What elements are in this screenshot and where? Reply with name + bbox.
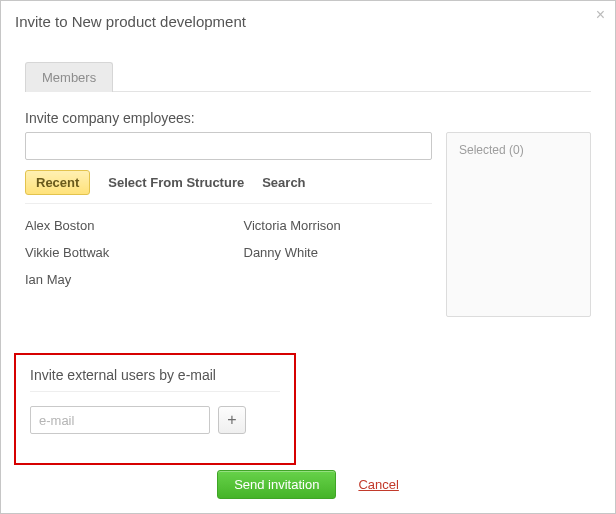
plus-icon: + xyxy=(227,412,236,428)
person-item[interactable]: Victoria Morrison xyxy=(244,218,433,233)
external-email-input[interactable] xyxy=(30,406,210,434)
close-icon[interactable]: × xyxy=(596,7,605,23)
send-invitation-button[interactable]: Send invitation xyxy=(217,470,336,499)
people-list: Alex Boston Vikkie Bottwak Ian May Victo… xyxy=(25,218,432,287)
add-email-button[interactable]: + xyxy=(218,406,246,434)
sub-tab-recent[interactable]: Recent xyxy=(25,170,90,195)
dialog-actions: Send invitation Cancel xyxy=(1,470,615,499)
sub-tab-search[interactable]: Search xyxy=(262,175,305,190)
person-item[interactable]: Ian May xyxy=(25,272,214,287)
external-invite-section: Invite external users by e-mail + xyxy=(14,353,296,465)
invite-dialog: Invite to New product development × Memb… xyxy=(0,0,616,514)
cancel-link[interactable]: Cancel xyxy=(358,477,398,492)
selected-count-label: Selected (0) xyxy=(459,143,524,157)
employee-sub-tabs: Recent Select From Structure Search xyxy=(25,170,432,204)
dialog-title: Invite to New product development xyxy=(1,1,615,41)
tab-members[interactable]: Members xyxy=(25,62,113,92)
person-item[interactable]: Vikkie Bottwak xyxy=(25,245,214,260)
sub-tab-structure[interactable]: Select From Structure xyxy=(108,175,244,190)
employee-search-input[interactable] xyxy=(25,132,432,160)
person-item[interactable]: Danny White xyxy=(244,245,433,260)
person-item[interactable]: Alex Boston xyxy=(25,218,214,233)
external-invite-label: Invite external users by e-mail xyxy=(30,367,280,392)
tabs-bar: Members xyxy=(25,61,591,92)
invite-employees-label: Invite company employees: xyxy=(25,110,591,126)
selected-panel: Selected (0) xyxy=(446,132,591,317)
